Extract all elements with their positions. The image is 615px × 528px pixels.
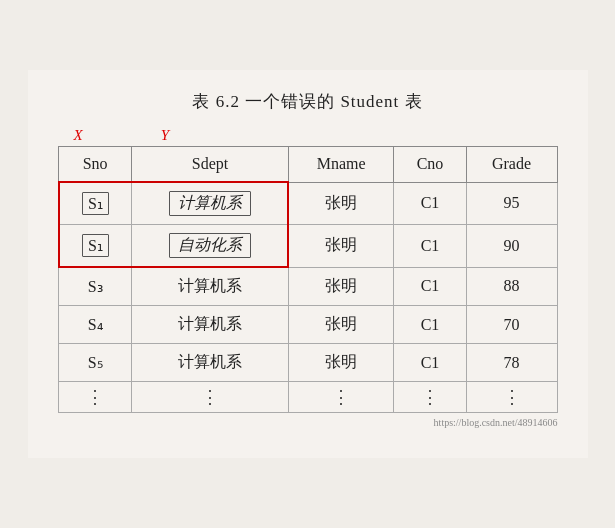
sno-boxed-value: S₁ <box>82 234 109 257</box>
cell-sno: S₁ <box>59 182 132 225</box>
dots-cell: ⋮ <box>59 382 132 413</box>
col-sno: Sno <box>59 147 132 183</box>
sno-boxed-value: S₁ <box>82 192 109 215</box>
cell-grade: 70 <box>466 306 557 344</box>
cell-sdept: 自动化系 <box>132 225 289 268</box>
dots-cell: ⋮ <box>466 382 557 413</box>
dots-cell: ⋮ <box>288 382 394 413</box>
dots-cell: ⋮ <box>394 382 466 413</box>
col-sdept: Sdept <box>132 147 289 183</box>
cell-cno: C1 <box>394 267 466 306</box>
cell-cno: C1 <box>394 182 466 225</box>
table-title: 表 6.2 一个错误的 Student 表 <box>58 90 558 113</box>
cell-grade: 88 <box>466 267 557 306</box>
col-grade: Grade <box>466 147 557 183</box>
cell-sdept: 计算机系 <box>132 306 289 344</box>
cell-sdept: 计算机系 <box>132 182 289 225</box>
student-table: Sno Sdept Mname Cno Grade S₁计算机系张明C195S₁… <box>58 146 558 413</box>
sdept-boxed-value: 自动化系 <box>169 233 251 258</box>
dots-cell: ⋮ <box>132 382 289 413</box>
col-cno: Cno <box>394 147 466 183</box>
cell-mname: 张明 <box>288 267 394 306</box>
cell-grade: 95 <box>466 182 557 225</box>
table-row: S₁自动化系张明C190 <box>59 225 558 268</box>
x-axis-label: X <box>74 127 83 144</box>
watermark: https://blog.csdn.net/48914606 <box>58 417 558 428</box>
table-row: S₄计算机系张明C170 <box>59 306 558 344</box>
cell-sno: S₃ <box>59 267 132 306</box>
axis-labels: X Y <box>58 127 558 144</box>
table-row: S₅计算机系张明C178 <box>59 344 558 382</box>
table-header-row: Sno Sdept Mname Cno Grade <box>59 147 558 183</box>
cell-sno: S₁ <box>59 225 132 268</box>
cell-sdept: 计算机系 <box>132 344 289 382</box>
sdept-boxed-value: 计算机系 <box>169 191 251 216</box>
dots-row: ⋮⋮⋮⋮⋮ <box>59 382 558 413</box>
cell-mname: 张明 <box>288 225 394 268</box>
cell-mname: 张明 <box>288 344 394 382</box>
table-row: S₃计算机系张明C188 <box>59 267 558 306</box>
y-axis-label: Y <box>161 127 169 144</box>
cell-sdept: 计算机系 <box>132 267 289 306</box>
cell-sno: S₅ <box>59 344 132 382</box>
cell-cno: C1 <box>394 344 466 382</box>
cell-cno: C1 <box>394 306 466 344</box>
cell-cno: C1 <box>394 225 466 268</box>
cell-grade: 90 <box>466 225 557 268</box>
cell-grade: 78 <box>466 344 557 382</box>
main-container: 表 6.2 一个错误的 Student 表 X Y Sno Sdept Mnam… <box>28 70 588 458</box>
cell-sno: S₄ <box>59 306 132 344</box>
cell-mname: 张明 <box>288 182 394 225</box>
table-row: S₁计算机系张明C195 <box>59 182 558 225</box>
cell-mname: 张明 <box>288 306 394 344</box>
col-mname: Mname <box>288 147 394 183</box>
